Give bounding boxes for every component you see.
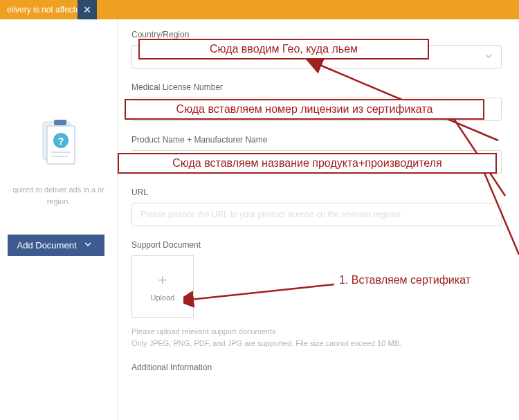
upload-hint: Please upload relevant support documents…: [131, 326, 502, 349]
sidebar-hint-text: quired to deliver ads in a or region.: [6, 184, 111, 207]
banner-text: elivery is not affected.: [7, 5, 87, 15]
add-document-label: Add Document: [17, 240, 77, 250]
plus-icon: +: [158, 271, 167, 289]
country-region-label: Country/Region: [131, 30, 502, 39]
medical-license-label: Medical License Number: [131, 82, 502, 92]
url-input[interactable]: [131, 203, 502, 226]
upload-box[interactable]: + Upload: [131, 255, 194, 318]
annotation-geo: Сюда вводим Гео, куда льем: [138, 39, 429, 60]
product-name-label: Product Name + Manufacturer Name: [131, 135, 502, 145]
svg-text:?: ?: [57, 136, 64, 147]
chevron-down-icon: [84, 240, 92, 250]
chevron-down-icon: [484, 52, 493, 62]
add-document-button[interactable]: Add Document: [8, 235, 104, 256]
annotation-product: Сюда вставляем название продукта+произво…: [118, 153, 497, 174]
annotation-license: Сюда вставляем номер лицензии из сертифи…: [125, 99, 484, 120]
left-sidebar: ? quired to deliver ads in a or region. …: [0, 19, 118, 420]
url-label: URL: [131, 188, 502, 197]
annotation-step1: 1. Вставляем сертификат: [339, 274, 471, 286]
additional-info-label: Additional Information: [131, 363, 502, 372]
svg-rect-2: [54, 120, 66, 125]
form-panel: Country/Region Ple Medical License Numbe…: [118, 19, 519, 420]
notification-banner: elivery is not affected. ×: [0, 0, 519, 19]
support-document-label: Support Document: [131, 240, 502, 250]
upload-label: Upload: [151, 293, 175, 302]
clipboard-illustration: ?: [35, 116, 83, 174]
close-icon: ×: [84, 3, 91, 17]
banner-close-button[interactable]: ×: [78, 0, 97, 19]
